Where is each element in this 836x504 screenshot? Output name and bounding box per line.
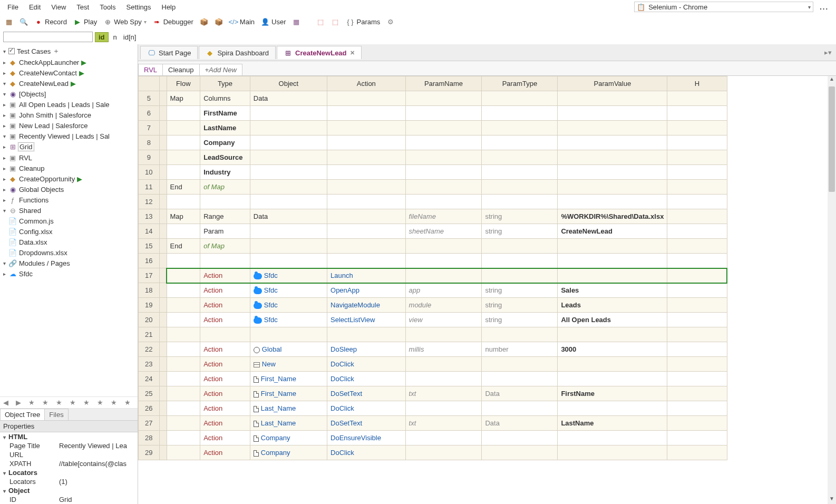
grid-row[interactable]: 27ActionLast_NameDoSetTexttxtDataLastNam… bbox=[139, 416, 727, 431]
main-button[interactable]: </>Main bbox=[228, 16, 256, 27]
gear-icon[interactable]: ⚙ bbox=[385, 16, 396, 27]
grid-row[interactable]: 29ActionCompanyDoClick bbox=[139, 445, 727, 460]
tree-item[interactable]: ▸▣New Lead | Salesforce bbox=[0, 120, 138, 131]
tree-item[interactable]: ▸▣All Open Leads | Leads | Sale bbox=[0, 99, 138, 110]
tree-item[interactable]: ▾🔗Modules / Pages bbox=[0, 258, 138, 268]
menu-test[interactable]: Test bbox=[72, 2, 93, 12]
debug1-icon[interactable]: ⬚ bbox=[315, 16, 326, 27]
user-button[interactable]: 👤User bbox=[259, 16, 287, 27]
grid-row[interactable]: 24ActionFirst_NameDoClick bbox=[139, 372, 727, 386]
tree-item[interactable]: 📄Dropdowns.xlsx bbox=[0, 247, 138, 258]
col-header[interactable]: ParamValue bbox=[558, 76, 667, 91]
sheet-tab-rvl[interactable]: RVL bbox=[138, 64, 163, 75]
tree-item[interactable]: ▾▣Recently Viewed | Leads | Sal bbox=[0, 131, 138, 141]
browser-selector[interactable]: 📋 Selenium - Chrome ▾ bbox=[634, 2, 813, 12]
filter-idn-button[interactable]: id[n] bbox=[122, 33, 138, 42]
grid-row[interactable]: 13MapRangeDatafileNamestring%WORKDIR%\Sh… bbox=[139, 209, 727, 224]
bookmark-icon[interactable]: ★ bbox=[70, 399, 76, 406]
tree-item[interactable]: 📄Config.xlsx bbox=[0, 226, 138, 237]
grid-row[interactable]: 21 bbox=[139, 327, 727, 342]
grid-row[interactable]: 28ActionCompanyDoEnsureVisible bbox=[139, 431, 727, 445]
debugger-button[interactable]: ➠Debugger bbox=[151, 16, 195, 27]
bookmark-icon[interactable]: ★ bbox=[56, 399, 62, 406]
bookmark-icon[interactable]: ★ bbox=[83, 399, 90, 406]
record-button[interactable]: ●Record bbox=[33, 16, 69, 27]
menu-tools[interactable]: Tools bbox=[95, 2, 120, 12]
overflow-menu[interactable]: ... bbox=[815, 3, 833, 11]
grid-row[interactable]: 16 bbox=[139, 254, 727, 268]
tree-item[interactable]: ▸☁Sfdc bbox=[0, 268, 138, 279]
menu-edit[interactable]: Edit bbox=[25, 2, 45, 12]
grid-row[interactable]: 15Endof Map bbox=[139, 239, 727, 254]
pkg2-icon[interactable]: 📦 bbox=[213, 16, 225, 27]
col-header[interactable]: Action bbox=[327, 76, 406, 91]
bookmark-icon[interactable]: ★ bbox=[111, 399, 117, 406]
debug2-icon[interactable]: ⬚ bbox=[329, 16, 341, 27]
tree-item[interactable]: ▸▣John Smith | Salesforce bbox=[0, 110, 138, 120]
col-header[interactable]: Flow bbox=[167, 76, 200, 91]
menu-file[interactable]: File bbox=[3, 2, 23, 12]
tab-object-tree[interactable]: Object Tree bbox=[0, 409, 45, 420]
bookmark-next-icon[interactable]: ▶ bbox=[16, 399, 21, 406]
tree-item[interactable]: ▸▣RVL bbox=[0, 152, 138, 163]
tree-root[interactable]: ▾Test Cases＋ bbox=[0, 45, 138, 57]
grid-row[interactable]: 19ActionSfdcNavigateModulemodulestringLe… bbox=[139, 298, 727, 313]
grid-row[interactable]: 23ActionNewDoClick bbox=[139, 357, 727, 372]
sheet-tab-cleanup[interactable]: Cleanup bbox=[162, 64, 199, 75]
bookmark-icon[interactable]: ★ bbox=[97, 399, 103, 406]
tab-active[interactable]: ⊞CreateNewLead✕ bbox=[277, 46, 362, 59]
grid-row[interactable]: 20ActionSfdcSelectListViewviewstringAll … bbox=[139, 313, 727, 327]
col-header[interactable]: H bbox=[667, 76, 727, 91]
new-icon[interactable]: ▦ bbox=[3, 16, 15, 27]
grid-icon[interactable]: ▦ bbox=[290, 16, 302, 27]
menu-view[interactable]: View bbox=[47, 2, 70, 12]
grid-row[interactable]: 5MapColumnsData bbox=[139, 91, 727, 106]
grid-row[interactable]: 8Company bbox=[139, 135, 727, 150]
bookmark-icon[interactable]: ★ bbox=[42, 399, 48, 406]
menu-help[interactable]: Help bbox=[158, 2, 180, 12]
grid-row[interactable]: 6FirstName bbox=[139, 106, 727, 121]
grid-row[interactable]: 14ParamsheetNamestringCreateNewLead bbox=[139, 224, 727, 239]
col-header[interactable]: Type bbox=[200, 76, 250, 91]
rvl-grid[interactable]: Flow Type Object Action ParamName ParamT… bbox=[138, 76, 727, 460]
tree-item[interactable]: 📄Common.js bbox=[0, 216, 138, 226]
tree-item[interactable]: ▸◆CheckAppLauncher▶ bbox=[0, 57, 138, 67]
grid-row[interactable]: 25ActionFirst_NameDoSetTexttxtDataFirstN… bbox=[139, 386, 727, 401]
params-button[interactable]: { }Params bbox=[344, 16, 382, 27]
tree-item[interactable]: ▸◆CreateNewContact▶ bbox=[0, 67, 138, 78]
grid-row[interactable]: 26ActionLast_NameDoClick bbox=[139, 401, 727, 416]
grid-row[interactable]: 17▶ActionSfdcLaunch bbox=[139, 268, 727, 283]
filter-id-button[interactable]: id bbox=[95, 32, 109, 42]
tree-item[interactable]: 📄Data.xlsx bbox=[0, 237, 138, 247]
tree-item[interactable]: ▸ƒFunctions bbox=[0, 195, 138, 205]
tree-item[interactable]: ▸▣Cleanup bbox=[0, 163, 138, 173]
vertical-scrollbar[interactable]: ▲ ▼ bbox=[828, 76, 836, 504]
tree-item[interactable]: ▾⊖Shared bbox=[0, 205, 138, 216]
bookmark-icon[interactable]: ★ bbox=[124, 399, 131, 406]
tab-start-page[interactable]: 🖵Start Page bbox=[140, 46, 198, 59]
grid-row[interactable]: 18ActionSfdcOpenAppappstringSales bbox=[139, 283, 727, 298]
close-icon[interactable]: ✕ bbox=[350, 50, 355, 56]
scroll-down-icon[interactable]: ▼ bbox=[828, 496, 836, 504]
tabs-overflow-icon[interactable]: ▸▾ bbox=[820, 49, 836, 56]
tab-spira-dashboard[interactable]: ◆Spira Dashboard bbox=[199, 46, 276, 59]
grid-row[interactable]: 9LeadSource bbox=[139, 150, 727, 165]
bookmark-prev-icon[interactable]: ◀ bbox=[3, 399, 8, 406]
col-header[interactable]: ParamType bbox=[482, 76, 558, 91]
grid-row[interactable]: 7LastName bbox=[139, 121, 727, 135]
col-header[interactable]: Object bbox=[250, 76, 327, 91]
col-header[interactable]: ParamName bbox=[405, 76, 482, 91]
tree-item[interactable]: ▾◆CreateNewLead▶ bbox=[0, 78, 138, 89]
bookmark-icon[interactable]: ★ bbox=[28, 399, 35, 406]
pkg1-icon[interactable]: 📦 bbox=[198, 16, 210, 27]
tree-item[interactable]: ▾◉[Objects] bbox=[0, 89, 138, 99]
tab-files[interactable]: Files bbox=[44, 409, 68, 420]
tree-item[interactable]: ▸◉Global Objects bbox=[0, 184, 138, 195]
play-button[interactable]: ▶Play bbox=[72, 16, 99, 27]
filter-input[interactable] bbox=[3, 32, 93, 42]
grid-row[interactable]: 12 bbox=[139, 195, 727, 209]
sheet-tab-add[interactable]: +Add New bbox=[199, 64, 242, 75]
scroll-thumb[interactable] bbox=[829, 86, 835, 192]
tree-item[interactable]: ▸◆CreateOpportunity▶ bbox=[0, 173, 138, 184]
menu-settings[interactable]: Settings bbox=[122, 2, 155, 12]
